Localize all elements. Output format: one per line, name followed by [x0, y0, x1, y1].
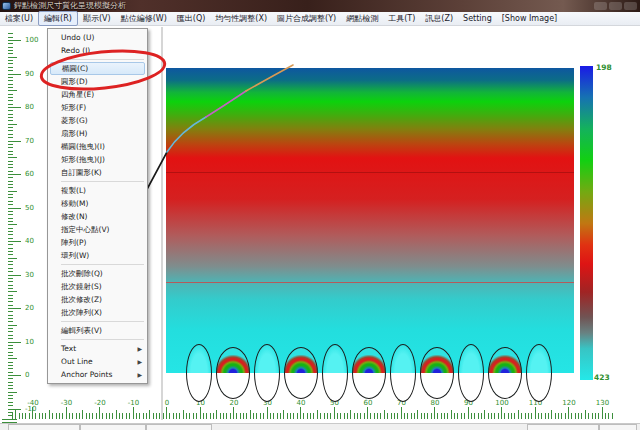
ruler-tick — [179, 413, 180, 419]
menubar-item[interactable]: 均勻性調整(X) — [210, 12, 272, 25]
edit-menu-item[interactable]: 橢圓(C) — [50, 62, 145, 75]
ruler-tick — [8, 305, 13, 306]
menubar-item[interactable]: 工具(T) — [383, 12, 420, 25]
ruler-tick — [8, 147, 13, 148]
edit-menu-item[interactable]: 複製(L) — [48, 184, 147, 197]
ruler-tick — [350, 410, 351, 419]
ruler-tick — [441, 413, 442, 419]
ruler-tick — [8, 47, 13, 48]
ruler-label: 60 — [364, 399, 373, 407]
menubar-item[interactable]: 顯示(V) — [78, 12, 116, 25]
ruler-label: -20 — [94, 399, 105, 407]
ruler-tick — [8, 134, 13, 135]
edit-menu-item[interactable]: 橢圓(拖曳)(I) — [48, 140, 147, 153]
edit-menu-item[interactable]: 批次鏡射(S) — [48, 280, 147, 293]
menubar-item[interactable]: 編輯(R) — [38, 11, 78, 26]
ruler-tick — [270, 413, 271, 419]
ruler-tick — [8, 321, 13, 322]
close-button[interactable] — [624, 2, 637, 10]
edit-menu-item[interactable]: 四角星(E) — [48, 88, 147, 101]
ruler-label: 40 — [25, 237, 34, 245]
ruler-tick — [8, 70, 13, 71]
submenu-arrow-icon: ▶ — [137, 355, 142, 368]
ruler-tick — [8, 100, 13, 101]
ruler-tick — [330, 413, 331, 419]
ruler-label: 50 — [25, 204, 34, 212]
ruler-tick — [8, 94, 13, 95]
menubar-item[interactable]: 圖片合成調整(Y) — [272, 12, 341, 25]
ruler-tick — [8, 238, 13, 239]
ruler-tick — [401, 407, 402, 419]
menubar-item[interactable]: 匯出(Q) — [172, 12, 211, 25]
edit-menu-item[interactable]: Redo (I) — [48, 44, 147, 57]
ruler-tick — [8, 325, 17, 326]
menubar-item[interactable]: 網點檢測 — [341, 12, 383, 25]
ruler-tick — [112, 413, 113, 419]
ruler-tick — [8, 50, 13, 51]
ruler-tick — [575, 413, 576, 419]
ruler-tick — [173, 413, 174, 419]
minimize-button[interactable] — [594, 2, 607, 10]
menubar-item[interactable]: Setting — [458, 12, 497, 25]
ruler-tick — [310, 413, 311, 419]
title-bar[interactable]: 銲點檢測尺寸質化呈現模擬分析 — [0, 0, 640, 12]
maximize-button[interactable] — [609, 2, 622, 10]
ruler-tick — [377, 413, 378, 419]
edit-menu-item[interactable]: 編輯列表(V) — [48, 324, 147, 337]
edit-menu-item[interactable]: 圓形(D) — [48, 75, 147, 88]
edit-menu-item[interactable]: Undo (U) — [48, 31, 147, 44]
edit-menu-item[interactable]: 自訂圖形(K) — [48, 166, 147, 179]
ruler-tick — [273, 413, 274, 419]
ruler-label: 90 — [25, 70, 34, 78]
ruler-tick — [223, 413, 224, 419]
edit-menu-item[interactable]: 扇形(H) — [48, 127, 147, 140]
ruler-tick — [8, 318, 13, 319]
edit-menu-item[interactable]: 批次陣列(X) — [48, 306, 147, 319]
ruler-tick — [8, 288, 13, 289]
edit-menu-item[interactable]: Out Line▶ — [48, 355, 147, 368]
heatmap-reference-line — [166, 282, 574, 283]
menubar-item[interactable]: [Show Image] — [497, 12, 562, 25]
ruler-tick — [230, 413, 231, 419]
ruler-tick — [8, 221, 13, 222]
menubar-item[interactable]: 訊息(Z) — [420, 12, 458, 25]
edit-menu-item[interactable]: 矩形(拖曳)(J) — [48, 153, 147, 166]
ruler-tick — [394, 413, 395, 419]
edit-menu-item[interactable]: Text▶ — [48, 342, 147, 355]
ruler-tick — [99, 407, 100, 419]
ruler-tick — [8, 342, 21, 343]
ruler-tick — [414, 413, 415, 419]
ruler-label: 100 — [495, 399, 508, 407]
ruler-tick — [581, 413, 582, 419]
edit-menu-item[interactable]: 陣列(P) — [48, 236, 147, 249]
edit-menu-item[interactable]: 指定中心點(V) — [48, 223, 147, 236]
ruler-tick — [56, 413, 57, 419]
edit-menu-item[interactable]: 批次修改(Z) — [48, 293, 147, 306]
edit-menu-item[interactable]: Anchor Points▶ — [48, 368, 147, 381]
ruler-tick — [431, 413, 432, 419]
ruler-tick — [8, 311, 13, 312]
ruler-tick — [220, 413, 221, 419]
ruler-tick — [22, 413, 23, 419]
edit-menu-item[interactable]: 移動(M) — [48, 197, 147, 210]
ruler-tick — [317, 410, 318, 419]
status-cell — [80, 424, 146, 430]
menubar-item[interactable]: 點位編修(W) — [116, 12, 172, 25]
ruler-tick — [521, 413, 522, 419]
ruler-tick — [8, 251, 13, 252]
ruler-tick — [153, 413, 154, 419]
edit-menu-item[interactable]: 矩形(F) — [48, 101, 147, 114]
edit-menu-item[interactable]: 環列(W) — [48, 249, 147, 262]
edit-menu-item[interactable]: 菱形(G) — [48, 114, 147, 127]
ruler-tick — [8, 191, 17, 192]
ruler-tick — [327, 413, 328, 419]
menubar-item[interactable]: 檔案(U) — [0, 12, 38, 25]
ruler-tick — [8, 348, 13, 349]
ruler-tick — [290, 413, 291, 419]
ruler-tick — [8, 171, 13, 172]
ruler-tick — [478, 413, 479, 419]
edit-menu-item[interactable]: 修改(N) — [48, 210, 147, 223]
heatmap-image[interactable] — [166, 68, 574, 373]
edit-menu-item[interactable]: 批次刪除(Q) — [48, 267, 147, 280]
ruler-tick — [8, 402, 13, 403]
